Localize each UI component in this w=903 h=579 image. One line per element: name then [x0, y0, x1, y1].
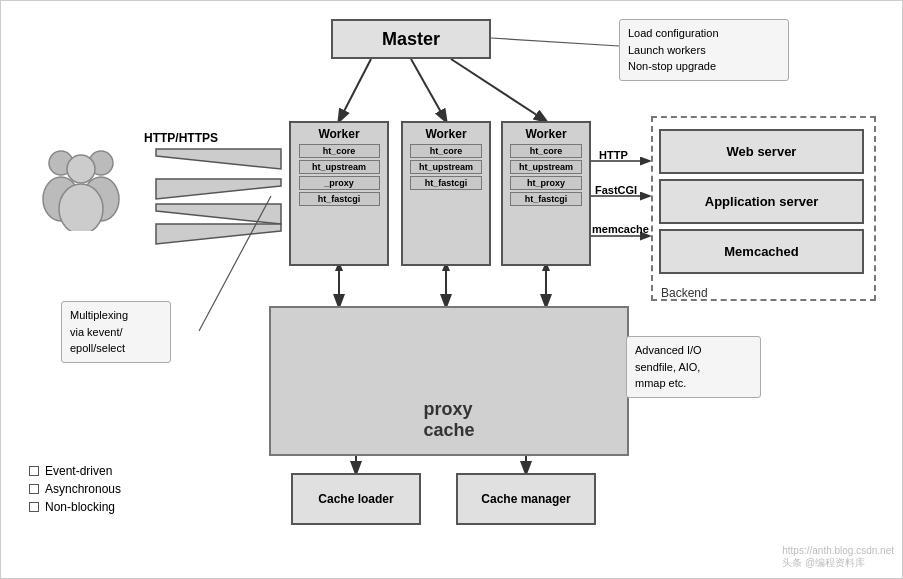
- legend-label-0: Event-driven: [45, 464, 112, 478]
- callout-left-line2: via kevent/: [70, 324, 162, 341]
- master-label: Master: [382, 29, 440, 50]
- worker1-mod1: ht_upstream: [299, 160, 380, 174]
- http-https-label: HTTP/HTTPS: [144, 131, 218, 145]
- proxy-cache-area: [269, 306, 629, 456]
- legend: Event-driven Asynchronous Non-blocking: [29, 464, 121, 518]
- worker3-box: Worker ht_core ht_upstream ht_proxy ht_f…: [501, 121, 591, 266]
- web-server-box: Web server: [659, 129, 864, 174]
- svg-marker-3: [156, 149, 281, 169]
- callout-right-line1: Advanced I/O: [635, 342, 752, 359]
- svg-marker-5: [156, 204, 281, 224]
- worker3-mod0: ht_core: [510, 144, 582, 158]
- memcached-label: Memcached: [724, 244, 798, 259]
- callout-left-line3: epoll/select: [70, 340, 162, 357]
- memcache-label: memcache: [592, 223, 649, 235]
- watermark: https://anth.blog.csdn.net 头条 @编程资料库: [782, 545, 894, 570]
- diagram-container: Master Load configuration Launch workers…: [0, 0, 903, 579]
- worker3-title: Worker: [506, 127, 586, 141]
- legend-item-2: Non-blocking: [29, 500, 121, 514]
- worker2-box: Worker ht_core ht_upstream ht_fastcgi: [401, 121, 491, 266]
- worker1-title: Worker: [294, 127, 384, 141]
- memcached-box: Memcached: [659, 229, 864, 274]
- svg-point-34: [67, 155, 95, 183]
- svg-line-0: [339, 59, 371, 121]
- legend-label-1: Asynchronous: [45, 482, 121, 496]
- callout-advanced-io: Advanced I/O sendfile, AIO, mmap etc.: [626, 336, 761, 398]
- svg-marker-4: [156, 179, 281, 199]
- web-server-label: Web server: [727, 144, 797, 159]
- legend-item-0: Event-driven: [29, 464, 121, 478]
- svg-line-1: [411, 59, 446, 121]
- cache-loader-box: Cache loader: [291, 473, 421, 525]
- worker1-box: Worker ht_core ht_upstream _proxy ht_fas…: [289, 121, 389, 266]
- watermark-brand: 头条 @编程资料库: [782, 556, 894, 570]
- svg-marker-6: [156, 224, 281, 244]
- callout-right-line2: sendfile, AIO,: [635, 359, 752, 376]
- legend-item-1: Asynchronous: [29, 482, 121, 496]
- fastcgi-label: FastCGI: [595, 184, 637, 196]
- callout-right-line3: mmap etc.: [635, 375, 752, 392]
- svg-line-18: [491, 38, 619, 46]
- http-label: HTTP: [599, 149, 628, 161]
- callout-top-line3: Non-stop upgrade: [628, 58, 780, 75]
- cache-manager-box: Cache manager: [456, 473, 596, 525]
- worker3-mod1: ht_upstream: [510, 160, 582, 174]
- backend-label: Backend: [661, 286, 708, 300]
- legend-label-2: Non-blocking: [45, 500, 115, 514]
- watermark-url: https://anth.blog.csdn.net: [782, 545, 894, 556]
- cache-manager-label: Cache manager: [481, 492, 570, 506]
- worker1-mod2: _proxy: [299, 176, 380, 190]
- callout-top-line1: Load configuration: [628, 25, 780, 42]
- legend-square-1: [29, 484, 39, 494]
- callout-left-line1: Multiplexing: [70, 307, 162, 324]
- svg-point-35: [59, 184, 103, 231]
- legend-square-0: [29, 466, 39, 476]
- app-server-label: Application server: [705, 194, 818, 209]
- worker3-mod2: ht_proxy: [510, 176, 582, 190]
- callout-top-line2: Launch workers: [628, 42, 780, 59]
- worker2-mod2: ht_fastcgi: [410, 176, 482, 190]
- svg-line-2: [451, 59, 546, 121]
- app-server-box: Application server: [659, 179, 864, 224]
- cache-loader-label: Cache loader: [318, 492, 393, 506]
- worker1-mod0: ht_core: [299, 144, 380, 158]
- worker2-mod1: ht_upstream: [410, 160, 482, 174]
- master-box: Master: [331, 19, 491, 59]
- callout-top: Load configuration Launch workers Non-st…: [619, 19, 789, 81]
- callout-multiplexing: Multiplexing via kevent/ epoll/select: [61, 301, 171, 363]
- worker1-mod3: ht_fastcgi: [299, 192, 380, 206]
- people-icon: [31, 141, 131, 234]
- svg-line-19: [199, 196, 271, 331]
- worker3-mod3: ht_fastcgi: [510, 192, 582, 206]
- worker2-title: Worker: [406, 127, 486, 141]
- legend-square-2: [29, 502, 39, 512]
- worker2-mod0: ht_core: [410, 144, 482, 158]
